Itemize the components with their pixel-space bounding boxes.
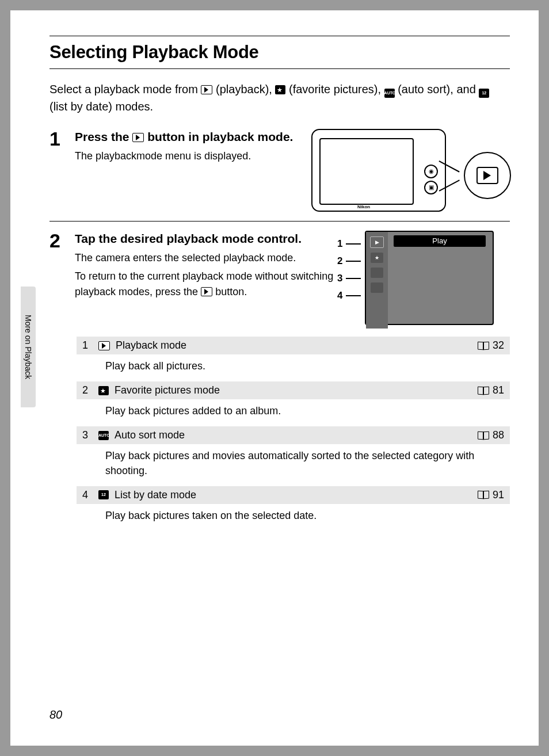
book-icon [478, 387, 489, 395]
section-tab-label: More on Playback [24, 315, 33, 379]
lcd-tab-play-icon: ▶ [370, 236, 384, 248]
playback-button-enlarged-icon [476, 167, 498, 184]
step-2-sub2: To return to the current playback mode w… [75, 269, 346, 299]
step-2-number: 2 [49, 231, 67, 325]
favorite-icon [98, 386, 109, 395]
camera-illustration: ◉ ▣ Nikon [311, 129, 446, 212]
favorite-icon [275, 85, 285, 94]
step-1-body: Press the button in playback mode. The p… [75, 129, 303, 212]
mode-2-page: 81 [493, 384, 504, 396]
lcd-tab-favorite-icon: ★ [371, 253, 383, 263]
step-1-illustration: ◉ ▣ Nikon [311, 129, 510, 212]
camera-btn-2: ▣ [424, 181, 438, 194]
mode-1-page: 32 [493, 339, 504, 352]
step-2-illustration: 1 2 3 4 ▶ ★ Play [354, 231, 510, 325]
page-number: 80 [49, 708, 62, 721]
listbydate-icon: 12 [479, 89, 489, 98]
playback-icon [201, 85, 212, 94]
playback-icon [98, 341, 110, 350]
intro-paragraph: Select a playback mode from (playback), … [49, 81, 510, 115]
rule-under-title [49, 68, 510, 69]
lcd-mode-label: Play [394, 235, 486, 247]
mode-2-label: Favorite pictures mode [115, 384, 472, 396]
mode-row-2-head: 2 Favorite pictures mode 81 [77, 381, 510, 399]
manual-page: Selecting Playback Mode Select a playbac… [10, 10, 539, 746]
camera-screen [319, 138, 414, 205]
lcd-tab-autosort-icon [371, 268, 383, 278]
step-1-sub: The playbackmode menu is displayed. [75, 148, 303, 163]
book-icon [478, 432, 489, 440]
callout-leader-lines [439, 155, 462, 201]
lcd-tab-date-icon [371, 282, 383, 293]
lcd-callout-numbers: 1 2 3 4 [337, 235, 361, 304]
step-divider [49, 221, 510, 222]
mode-4-label: List by date mode [115, 489, 472, 501]
mode-3-page: 88 [493, 429, 504, 441]
mode-row-1-head: 1 Playback mode 32 [77, 337, 510, 354]
mode-1-label: Playback mode [116, 339, 472, 352]
page-title: Selecting Playback Mode [49, 42, 510, 63]
step-2-sub1: The camera enters the selected playback … [75, 250, 346, 265]
listbydate-icon: 12 [98, 490, 109, 499]
mode-2-desc: Play back pictures added to an album. [77, 399, 510, 426]
autosort-icon: AUTO [98, 431, 109, 440]
mode-row-4-head: 4 12 List by date mode 91 [77, 486, 510, 504]
autosort-icon: AUTO [384, 89, 395, 98]
camera-btn-1: ◉ [424, 165, 438, 178]
section-tab: More on Playback [21, 287, 36, 407]
camera-side-buttons: ◉ ▣ [423, 162, 439, 197]
mode-3-label: Auto sort mode [115, 429, 472, 441]
mode-4-desc: Play back pictures taken on the selected… [77, 504, 510, 531]
lcd-side-tabs: ▶ ★ [366, 232, 388, 329]
playback-button-callout [464, 152, 511, 199]
mode-1-desc: Play back all pictures. [77, 354, 510, 381]
camera-brand: Nikon [357, 204, 370, 209]
lcd-screen: ▶ ★ Play [365, 231, 494, 325]
mode-4-page: 91 [493, 489, 504, 501]
mode-3-desc: Play back pictures and movies automatica… [77, 444, 510, 486]
step-2: 2 Tap the desired playback mode control.… [49, 231, 510, 325]
book-icon [478, 342, 489, 350]
mode-table: 1 Playback mode 32 Play back all picture… [77, 337, 510, 531]
step-1: 1 Press the button in playback mode. The… [49, 129, 510, 212]
book-icon [478, 491, 489, 499]
step-2-body: Tap the desired playback mode control. T… [75, 231, 346, 325]
playback-button-icon [132, 133, 144, 142]
step-1-number: 1 [49, 129, 67, 212]
playback-icon-inline [201, 287, 212, 296]
rule-top [49, 36, 510, 36]
step-1-head: Press the button in playback mode. [75, 129, 303, 145]
step-2-head: Tap the desired playback mode control. [75, 231, 346, 247]
mode-row-3-head: 3 AUTO Auto sort mode 88 [77, 426, 510, 444]
